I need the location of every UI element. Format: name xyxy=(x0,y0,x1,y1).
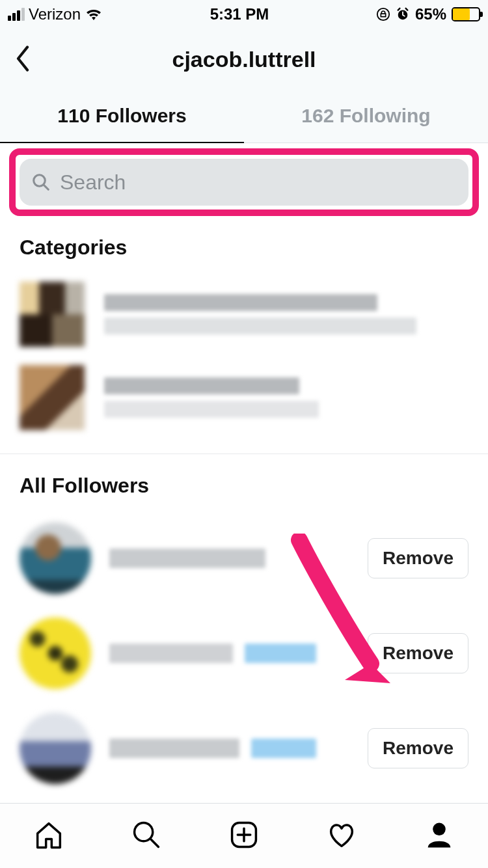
nav-profile[interactable] xyxy=(422,818,456,854)
status-time: 5:31 PM xyxy=(210,5,269,23)
search-highlight-annotation xyxy=(9,148,479,216)
wifi-icon xyxy=(85,7,103,21)
tab-following[interactable]: 162 Following xyxy=(244,90,488,142)
remove-button[interactable]: Remove xyxy=(368,633,468,673)
category-thumbnail xyxy=(20,282,85,347)
category-text xyxy=(104,294,416,334)
remove-button[interactable]: Remove xyxy=(368,728,468,768)
all-followers-heading: All Followers xyxy=(0,454,488,511)
category-item[interactable] xyxy=(0,273,488,356)
avatar xyxy=(20,617,91,689)
follower-text xyxy=(109,739,349,758)
follower-item[interactable]: Remove xyxy=(0,701,488,796)
status-bar: Verizon 5:31 PM 65% xyxy=(0,0,488,29)
svg-point-10 xyxy=(433,822,446,835)
nav-activity[interactable] xyxy=(325,818,359,854)
avatar xyxy=(20,522,91,594)
orientation-lock-icon xyxy=(376,7,390,21)
carrier-label: Verizon xyxy=(29,5,81,23)
search-input[interactable] xyxy=(60,170,457,195)
battery-fill xyxy=(453,8,470,20)
status-left: Verizon xyxy=(8,5,103,23)
profile-icon xyxy=(422,818,456,852)
categories-heading: Categories xyxy=(0,216,488,273)
back-button[interactable] xyxy=(13,46,33,74)
page-title: cjacob.luttrell xyxy=(0,47,488,72)
search-icon xyxy=(31,172,51,192)
heart-icon xyxy=(325,818,359,852)
plus-square-icon xyxy=(227,818,261,852)
nav-search[interactable] xyxy=(129,818,163,854)
battery-icon xyxy=(452,7,480,21)
follower-text xyxy=(109,549,349,568)
search-icon xyxy=(129,818,163,852)
nav-home[interactable] xyxy=(32,818,66,854)
svg-point-0 xyxy=(377,8,389,20)
home-icon xyxy=(32,818,66,852)
signal-icon xyxy=(8,8,25,21)
follower-text xyxy=(109,644,349,663)
search-field[interactable] xyxy=(20,159,468,206)
svg-line-3 xyxy=(44,185,48,189)
avatar xyxy=(20,712,91,784)
follower-item[interactable]: Remove xyxy=(0,511,488,606)
category-thumbnail xyxy=(20,365,85,430)
battery-percent: 65% xyxy=(415,5,446,23)
svg-line-6 xyxy=(151,839,159,847)
category-text xyxy=(104,377,319,418)
follower-item[interactable]: Remove xyxy=(0,606,488,701)
nav-create[interactable] xyxy=(227,818,261,854)
tabs: 110 Followers 162 Following xyxy=(0,90,488,143)
alarm-icon xyxy=(396,7,410,21)
bottom-nav xyxy=(0,803,488,868)
remove-button[interactable]: Remove xyxy=(368,538,468,578)
header: cjacob.luttrell xyxy=(0,29,488,90)
category-item[interactable] xyxy=(0,356,488,439)
tab-followers[interactable]: 110 Followers xyxy=(0,90,244,142)
status-right: 65% xyxy=(376,5,480,23)
